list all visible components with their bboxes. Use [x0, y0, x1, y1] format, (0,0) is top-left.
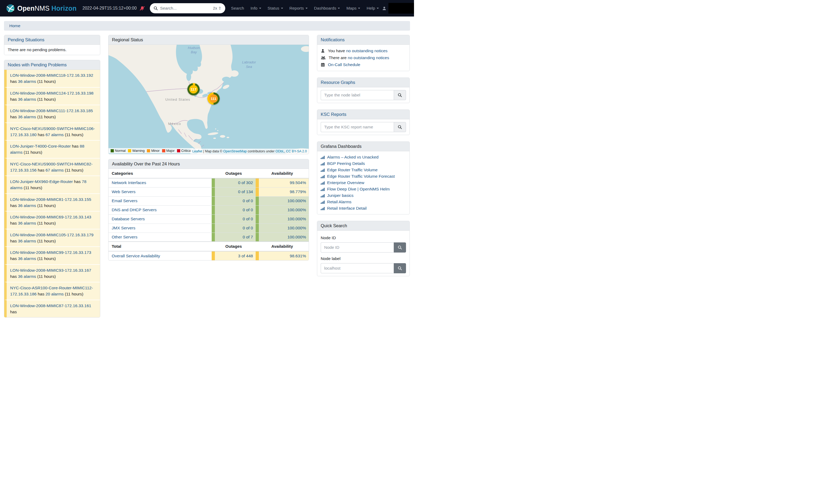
availability-value[interactable]: 99.504%: [259, 179, 309, 187]
category-link[interactable]: Network Interfaces: [112, 180, 146, 185]
availability-value[interactable]: 100.000%: [259, 196, 309, 205]
grafana-link[interactable]: Juniper basics: [327, 193, 354, 198]
node-link[interactable]: LON-Window-2008-MIMIC124-172.16.33.198: [10, 91, 93, 95]
grafana-link[interactable]: Edge Router Traffic Volume Forecast: [327, 174, 395, 179]
node-link[interactable]: LON-Window-2008-MIMIC69-172.16.33.143: [10, 215, 91, 219]
alarms-link[interactable]: 36 alarms: [18, 203, 36, 208]
availability-value[interactable]: 100.000%: [259, 233, 309, 242]
outages-value[interactable]: 0 of 0: [215, 224, 256, 233]
chevron-down-icon: [281, 8, 283, 9]
nav-reports[interactable]: Reports: [290, 6, 307, 11]
node-link[interactable]: LON-Window-2008-MIMIC93-172.16.33.167: [10, 268, 91, 273]
outages-value[interactable]: 0 of 0: [215, 205, 256, 215]
global-search[interactable]: 2x ⇧: [150, 3, 225, 13]
alarms-link[interactable]: 36 alarms: [18, 256, 36, 261]
grafana-link[interactable]: Flow Deep Dive | OpenNMS Helm: [327, 187, 390, 191]
total-header: Total: [109, 242, 212, 251]
bar-chart-icon: [321, 175, 325, 178]
resource-graphs-input[interactable]: [321, 90, 394, 100]
alarms-link[interactable]: 20 alarms: [46, 292, 64, 296]
outages-value[interactable]: 3 of 448: [215, 251, 256, 260]
node-label-input[interactable]: [321, 263, 394, 273]
notifications-muted-icon[interactable]: [139, 6, 145, 11]
nav-maps[interactable]: Maps: [346, 6, 360, 11]
category-link[interactable]: Email Servers: [112, 198, 137, 203]
outages-value[interactable]: 0 of 0: [215, 215, 256, 224]
category-link[interactable]: Other Servers: [112, 235, 137, 239]
ksc-reports-search-button[interactable]: [394, 122, 406, 132]
outages-value[interactable]: 0 of 302: [215, 179, 256, 187]
all-notices-link[interactable]: no outstanding notices: [348, 55, 389, 60]
map-label-hudson-bay: Hudson: [188, 46, 200, 50]
user-notices-link[interactable]: no outstanding notices: [346, 48, 387, 53]
global-search-input[interactable]: [160, 6, 211, 11]
nav-search[interactable]: Search: [231, 6, 244, 11]
grafana-link[interactable]: BGP Peering Details: [327, 161, 365, 166]
category-link[interactable]: Database Servers: [112, 217, 145, 221]
node-link[interactable]: LON-Window-2008-MIMIC111-172.16.33.185: [10, 108, 93, 113]
search-shortcut-hint: 2x ⇧: [213, 6, 221, 10]
alarms-link[interactable]: 36 alarms: [18, 239, 36, 243]
map-cluster-marker[interactable]: 111: [207, 92, 220, 105]
ccbysa-link[interactable]: CC BY-SA 2.0: [286, 149, 307, 153]
node-link[interactable]: LON-Window-2008-MIMIC105-172.16.33.179: [10, 233, 93, 237]
outages-value[interactable]: 0 of 134: [215, 188, 256, 196]
grafana-link[interactable]: Alarms – Acked vs Unacked: [327, 155, 378, 159]
category-link[interactable]: JMX Servers: [112, 226, 135, 230]
grafana-link[interactable]: Enterprise Overview: [327, 180, 364, 185]
node-link[interactable]: LON-Window-2008-MIMIC81-172.16.33.155: [10, 197, 91, 202]
resource-graphs-search-button[interactable]: [394, 90, 406, 100]
opennms-logo[interactable]: OpenNMSHorizon: [6, 4, 77, 13]
grafana-link[interactable]: Retail Alarms: [327, 199, 351, 204]
search-icon: [398, 245, 402, 249]
leaflet-link[interactable]: Leaflet: [192, 149, 202, 153]
map-cluster-marker[interactable]: 117: [188, 83, 200, 95]
availability-value[interactable]: 100.000%: [259, 215, 309, 224]
grafana-link[interactable]: Retail Interface Detail: [327, 206, 367, 211]
outages-value[interactable]: 0 of 0: [215, 196, 256, 205]
alarms-link[interactable]: 36 alarms: [18, 79, 36, 84]
outages-value[interactable]: 0 of 7: [215, 233, 256, 242]
notifications-title: Notifications: [317, 35, 410, 45]
user-icon[interactable]: [382, 6, 386, 11]
pending-situations-card: Pending Situations There are no pending …: [4, 35, 100, 55]
overall-availability-link[interactable]: Overall Service Availability: [112, 254, 160, 258]
list-item: Retail Interface Detail: [321, 205, 406, 212]
availability-value[interactable]: 100.000%: [259, 205, 309, 215]
ksc-reports-input[interactable]: [321, 122, 394, 132]
node-link[interactable]: LON-Window-2008-MIMIC99-172.16.33.173: [10, 250, 91, 255]
alarms-link[interactable]: 36 alarms: [18, 221, 36, 225]
node-id-label: Node ID: [321, 235, 406, 240]
node-id-search-button[interactable]: [394, 242, 406, 253]
node-label-search-button[interactable]: [394, 263, 406, 273]
odbl-link[interactable]: ODbL: [275, 149, 284, 153]
nav-dashboards[interactable]: Dashboards: [314, 6, 340, 11]
node-link[interactable]: LON-Juniper-T4000-Core-Router: [10, 144, 71, 148]
grafana-link[interactable]: Edge Router Traffic Volume: [327, 168, 377, 172]
node-link[interactable]: LON-Window-2008-MIMIC87-172.16.33.161: [10, 304, 91, 308]
node-id-input[interactable]: [321, 242, 394, 253]
breadcrumb-home-link[interactable]: Home: [9, 24, 20, 28]
availability-value[interactable]: 100.000%: [259, 224, 309, 233]
nav-info[interactable]: Info: [251, 6, 261, 11]
alarms-link[interactable]: 36 alarms: [18, 274, 36, 279]
nav-status[interactable]: Status: [267, 6, 283, 11]
osm-link[interactable]: OpenStreetMap: [223, 149, 247, 153]
category-link[interactable]: Web Servers: [112, 189, 135, 194]
availability-value[interactable]: 98.779%: [259, 188, 309, 196]
availability-value[interactable]: 98.631%: [259, 251, 309, 260]
table-row: Network Interfaces 0 of 302 99.504%: [109, 178, 309, 187]
nav-help[interactable]: Help: [367, 6, 379, 11]
username-redacted[interactable]: [388, 3, 414, 13]
alarms-link[interactable]: 67 alarms: [46, 132, 64, 137]
list-item: LON-Juniper-MX960-Edge-Router has 78 ala…: [4, 176, 100, 193]
category-link[interactable]: DNS and DHCP Servers: [112, 208, 157, 212]
node-link[interactable]: LON-Window-2008-MIMIC118-172.16.33.192: [10, 73, 93, 78]
list-item: Edge Router Traffic Volume Forecast: [321, 173, 406, 180]
region-map[interactable]: Hudson Bay Labrador Sea United States Mé…: [109, 45, 309, 154]
alarms-link[interactable]: 36 alarms: [18, 97, 36, 101]
alarms-link[interactable]: 67 alarms: [46, 168, 64, 172]
oncall-schedule-link[interactable]: On-Call Schedule: [328, 62, 360, 67]
alarms-link[interactable]: 36 alarms: [18, 114, 36, 119]
node-link[interactable]: LON-Juniper-MX960-Edge-Router: [10, 179, 73, 184]
